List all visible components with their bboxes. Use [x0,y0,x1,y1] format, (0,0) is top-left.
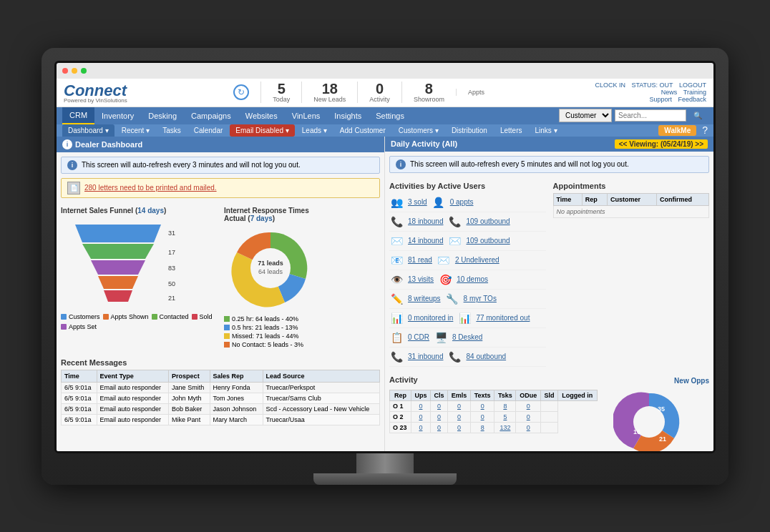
nav-settings[interactable]: Settings [369,108,411,124]
nav-insights[interactable]: Insights [327,108,369,124]
svg-marker-4 [91,260,145,275]
svg-text:35: 35 [658,405,665,413]
walkme-button[interactable]: WalkMe [658,125,696,136]
legend-customers: Customers [61,313,100,320]
appts-link[interactable]: 0 appts [450,198,474,206]
daily-activity-title: Daily Activity (All) [391,139,457,148]
search-area: Customer 🔍 [559,109,713,122]
training-link[interactable]: Training [683,89,706,96]
activity-row-inbound2: 📞 31 inbound 📞 84 outbound [389,348,546,367]
inbound-link-1[interactable]: 18 inbound [408,217,444,225]
clock-in-link[interactable]: CLOCK IN [595,82,625,89]
activity-row-cdr: 📋 0 CDR 🖥️ 8 Desked [389,328,546,348]
subnav-distribution[interactable]: Distribution [446,124,493,137]
cdr-icon: 📋 [389,330,404,345]
inbound2-link[interactable]: 31 inbound [408,353,444,360]
tos-link[interactable]: 8 myr TOs [464,295,497,302]
info-icon-right: i [396,159,406,169]
info-icon-left: i [67,160,77,170]
viewing-badge[interactable]: << Viewing: (05/24/19) >> [615,139,708,149]
customer-select[interactable]: Customer [559,109,612,122]
appts-icon: 👤 [432,195,446,210]
bottom-section: Activity New Opps Rep Ups Cls Emls Tex [385,371,713,451]
desked-icon: 🖥️ [434,330,448,345]
subnav-leads[interactable]: Leads ▾ [296,124,333,137]
stat-appts-label: Appts [468,89,484,96]
nav-websites[interactable]: Websites [238,108,285,124]
subnav-links[interactable]: Links ▾ [530,124,563,137]
demos-link[interactable]: 10 demos [457,275,488,283]
stat-activity: 0 Activity [357,82,390,103]
email-outbound-link[interactable]: 109 outbound [467,237,510,245]
nav-vinlens[interactable]: VinLens [285,108,328,124]
alert-link[interactable]: 280 letters need to be printed and maile… [84,184,217,192]
main-content: i Dealer Dashboard i This screen will au… [57,137,713,451]
outbound-link-1[interactable]: 109 outbound [467,217,510,225]
outbound2-link[interactable]: 84 outbound [467,353,507,360]
table-row: 6/5 9:01aEmail auto responderJohn MythTo… [62,393,380,403]
table-row: O 1000080 [390,400,598,411]
feedback-link[interactable]: Feedback [678,96,706,103]
desked-link[interactable]: 8 Desked [452,333,482,341]
stat-leads-label: New Leads [313,96,346,103]
activity-row-read: 📧 81 read ✉️ 2 Undelivered [389,251,546,270]
new-opps-pie: 35 21 16 [613,390,685,451]
activity-row-writeups: ✏️ 8 writeups 🔧 8 myr TOs [389,290,546,309]
support-link[interactable]: Support [649,96,672,103]
subnav-email-disabled[interactable]: Email Disabled ▾ [230,124,294,137]
subnav-tasks[interactable]: Tasks [157,124,187,137]
subnav-dashboard[interactable]: Dashboard ▾ [62,124,114,137]
writeups-link[interactable]: 8 writeups [408,295,441,302]
search-input[interactable] [615,109,686,122]
pie-days-link[interactable]: 7 days [250,215,273,222]
phone-out-icon: 📞 [448,215,462,229]
browser-dot-green [81,68,87,74]
sub-nav-right: WalkMe ? [658,124,708,136]
funnel-days-link[interactable]: 14 days [137,207,164,215]
legend-sold: Sold [192,313,213,320]
stat-leads-value: 18 [313,82,346,96]
cdr-link[interactable]: 0 CDR [408,333,429,341]
status-out-link[interactable]: STATUS: OUT [631,82,673,89]
stat-activity-label: Activity [369,96,390,103]
subnav-letters[interactable]: Letters [494,124,528,137]
monitor-in-link[interactable]: 0 monitored in [408,314,453,322]
top-stats: ↻ 5 Today 18 New Leads 0 Activity 8 [233,82,484,103]
monitor-out-icon: 📊 [457,311,472,325]
messages-table: Time Event Type Prospect Sales Rep Lead … [61,370,380,425]
demos-icon: 🎯 [438,272,452,287]
legend-contacted: Contacted [152,313,189,320]
to-icon: 🔧 [445,292,459,306]
subnav-customers[interactable]: Customers ▾ [393,124,444,137]
svg-marker-0 [75,225,161,242]
stat-new-leads: 18 New Leads [301,82,346,103]
read-link[interactable]: 81 read [408,256,432,264]
activities-title: Activities by Active Users [389,182,546,190]
subnav-calendar[interactable]: Calendar [188,124,229,137]
visits-link[interactable]: 13 visits [408,275,434,283]
auto-refresh-info-left: i This screen will auto-refresh every 3 … [61,157,380,174]
subnav-recent[interactable]: Recent ▾ [116,124,155,137]
news-link[interactable]: News [661,89,678,96]
nav-inventory[interactable]: Inventory [94,108,141,124]
logout-link[interactable]: LOGOUT [679,82,706,89]
refresh-icon[interactable]: ↻ [233,84,249,100]
monitor-out-link[interactable]: 77 monitored out [476,314,530,322]
subnav-add-customer[interactable]: Add Customer [334,124,391,137]
daily-activity-header: Daily Activity (All) << Viewing: (05/24/… [385,137,713,152]
appointments-title: Appointments [553,182,710,190]
read-icon: 📧 [389,253,404,267]
email-inbound-link[interactable]: 14 inbound [408,237,444,245]
powered-by: Powered by VinSolutions [64,97,127,104]
left-panel: i Dealer Dashboard i This screen will au… [57,137,385,451]
nav-campaigns[interactable]: Campaigns [184,108,238,124]
act-col-cls: Cls [431,390,448,400]
help-icon[interactable]: ? [702,124,708,136]
top-bar: Connect Powered by VinSolutions ↻ 5 Toda… [57,79,713,107]
nav-desking[interactable]: Desking [141,108,184,124]
search-button[interactable]: 🔍 [689,110,706,121]
sold-link[interactable]: 3 sold [408,198,427,206]
new-opps-title[interactable]: New Opps [674,377,709,385]
undelivered-link[interactable]: 2 Undelivered [455,256,499,264]
nav-crm[interactable]: CRM [62,107,94,124]
